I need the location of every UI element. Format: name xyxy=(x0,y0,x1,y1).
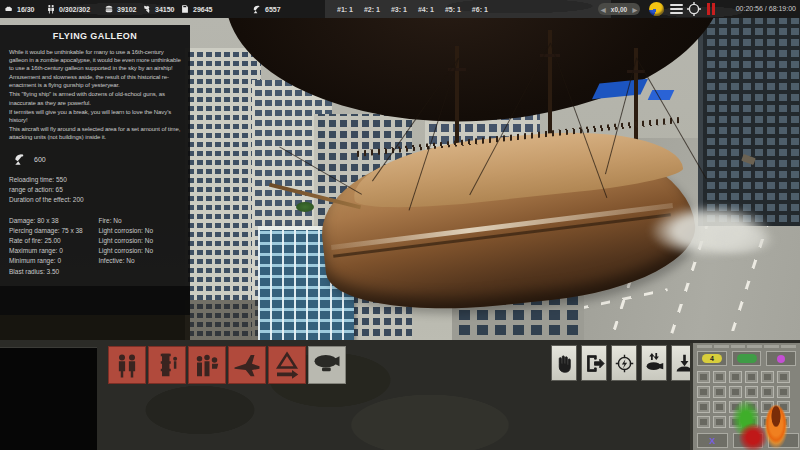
game-speed-control: ◀ x0,00 ▶ xyxy=(598,3,640,15)
unit-button-squad-group[interactable] xyxy=(188,346,226,384)
resource-radio: 6557 xyxy=(252,0,281,18)
panel-title: FLYING GALLEON xyxy=(9,31,181,41)
description-paragraph: Amusement and slowness aside, the result… xyxy=(9,73,181,89)
stop-button[interactable] xyxy=(551,345,577,381)
resource-slot-magenta[interactable] xyxy=(766,351,796,366)
resource-slot-yellow[interactable]: 4 xyxy=(697,351,727,366)
cannon-smoke xyxy=(702,224,776,256)
guard-tower-icon xyxy=(152,350,182,380)
stats-left-column: Damage: 80 x 38 Piercing damage: 75 x 38… xyxy=(9,216,98,276)
tree xyxy=(296,202,314,212)
description-paragraph: This aircraft will fly around a selected… xyxy=(9,125,181,141)
survivors-icon xyxy=(46,4,56,14)
building xyxy=(185,48,261,340)
pause-icon[interactable] xyxy=(705,3,716,15)
resource-fuel-value: 29645 xyxy=(193,6,212,13)
hand-icon xyxy=(554,353,575,374)
squad-3[interactable]: #3: 1 xyxy=(391,6,407,13)
unit-description: While it would be unthinkable for many t… xyxy=(9,48,181,141)
attack-area-button[interactable] xyxy=(611,345,637,381)
ammo-value: 600 xyxy=(34,156,46,163)
target-icon[interactable] xyxy=(687,2,701,16)
description-paragraph: If termites will give you a break, you w… xyxy=(9,108,181,124)
resource-brains: 16/30 xyxy=(4,0,35,18)
build-slot[interactable] xyxy=(713,401,726,413)
stat-line: Rate of fire: 25.00 xyxy=(9,236,98,246)
food-icon xyxy=(104,4,114,14)
unit-button-squad-pair[interactable] xyxy=(108,346,146,384)
resource-survivors: 0/302/302 xyxy=(46,0,90,18)
stat-line: Piercing damage: 75 x 38 xyxy=(9,226,98,236)
radio-icon xyxy=(13,152,27,166)
description-paragraph: This "flying ship" is armed with dozens … xyxy=(9,90,181,106)
unit-info-panel: FLYING GALLEON While it would be unthink… xyxy=(0,25,190,315)
build-panel: 4 X xyxy=(690,343,800,450)
build-slot[interactable] xyxy=(697,401,710,413)
unit-button-airplane[interactable] xyxy=(228,346,266,384)
evacuation-icon xyxy=(272,350,302,380)
board-unit-button[interactable] xyxy=(641,345,667,381)
airship-icon xyxy=(312,350,342,380)
stat-line: Fire: No xyxy=(98,216,181,226)
resource-fuel: 29645 xyxy=(180,0,212,18)
stats-top: Reloading time: 550 range of action: 65 … xyxy=(9,175,181,205)
stats-right-column: Fire: No Light corrosion: No Light corro… xyxy=(98,216,181,276)
unit-button-evacuation[interactable] xyxy=(268,346,306,384)
bottom-command-bar: 4 X xyxy=(0,340,800,450)
unit-category-row xyxy=(108,346,346,384)
unit-button-guard-tower[interactable] xyxy=(148,346,186,384)
build-slot[interactable] xyxy=(697,416,710,428)
game-window: 16/30 0/302/302 39102 34150 29645 6557 #… xyxy=(0,0,800,450)
cancel-slot[interactable]: X xyxy=(697,433,728,448)
squad-5[interactable]: #5: 1 xyxy=(445,6,461,13)
top-resource-bar: 16/30 0/302/302 39102 34150 29645 6557 #… xyxy=(0,0,800,18)
stat-line: range of action: 65 xyxy=(9,185,181,195)
stat-line: Minimum range: 0 xyxy=(9,256,98,266)
build-slot[interactable] xyxy=(713,386,726,398)
build-slot[interactable] xyxy=(745,386,758,398)
resource-survivors-value: 0/302/302 xyxy=(59,6,90,13)
speed-up-arrow[interactable]: ▶ xyxy=(632,6,637,13)
stat-line: Light corrosion: No xyxy=(98,226,181,236)
squad-pair-icon xyxy=(112,350,142,380)
stat-line: Damage: 80 x 38 xyxy=(9,216,98,226)
resource-food-value: 39102 xyxy=(117,6,136,13)
ammo-row: 600 xyxy=(13,152,181,166)
squad-1[interactable]: #1: 1 xyxy=(337,6,353,13)
description-paragraph: While it would be unthinkable for many t… xyxy=(9,48,181,72)
materials-icon xyxy=(142,4,152,14)
speed-down-arrow[interactable]: ◀ xyxy=(601,6,606,13)
building-dark-tower xyxy=(698,18,800,226)
build-slot[interactable] xyxy=(761,371,774,383)
stat-line: Maximum range: 0 xyxy=(9,246,98,256)
pie-chart-icon[interactable] xyxy=(649,2,664,16)
brain-icon xyxy=(4,4,14,14)
build-slot[interactable] xyxy=(729,371,742,383)
stats-columns: Damage: 80 x 38 Piercing damage: 75 x 38… xyxy=(9,216,181,276)
build-slot[interactable] xyxy=(713,416,726,428)
squad-6[interactable]: #6: 1 xyxy=(472,6,488,13)
build-slot[interactable] xyxy=(777,371,790,383)
squad-group-icon xyxy=(192,350,222,380)
squad-2[interactable]: #2: 1 xyxy=(364,6,380,13)
stat-line: Blast radius: 3.50 xyxy=(9,267,98,277)
exit-vehicle-button[interactable] xyxy=(581,345,607,381)
resource-materials-value: 34150 xyxy=(155,6,174,13)
build-slot[interactable] xyxy=(713,371,726,383)
attack-area-icon xyxy=(614,353,635,374)
game-clock: 00:20:56 / 68:19:00 xyxy=(726,5,796,12)
build-slot[interactable] xyxy=(729,386,742,398)
build-slot[interactable] xyxy=(697,386,710,398)
unit-button-airship[interactable] xyxy=(308,346,346,384)
squad-4[interactable]: #4: 1 xyxy=(418,6,434,13)
list-icon[interactable] xyxy=(670,4,683,14)
selection-box xyxy=(0,347,97,450)
build-slot[interactable] xyxy=(745,371,758,383)
stat-line: Duration of the effect: 200 xyxy=(9,195,181,205)
resource-slot-green[interactable] xyxy=(732,351,762,366)
resource-food: 39102 xyxy=(104,0,136,18)
build-slot[interactable] xyxy=(697,371,710,383)
fuel-icon xyxy=(180,4,190,14)
yellow-badge: 4 xyxy=(702,354,722,363)
burning-zombie-icon xyxy=(758,392,794,450)
